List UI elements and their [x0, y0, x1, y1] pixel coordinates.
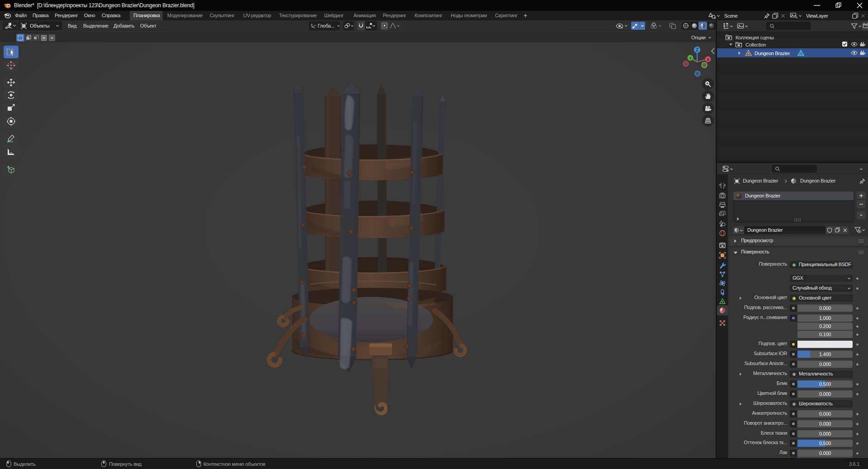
- svg-text:Z: Z: [696, 47, 698, 52]
- svg-text:Y: Y: [689, 56, 692, 61]
- svg-text:X: X: [707, 57, 709, 62]
